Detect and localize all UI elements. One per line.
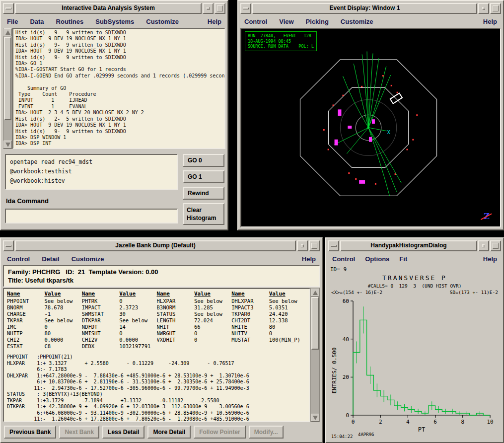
- menu-file[interactable]: File: [7, 18, 18, 25]
- menu-help[interactable]: Help: [208, 18, 221, 25]
- table-row: CHARGE-1SWMSTAT30STATUSSee belowTKPAR024…: [7, 311, 306, 317]
- table-cell: -1: [44, 311, 81, 317]
- ida-titlebar[interactable]: Interactive Data Analysis System: [3, 3, 225, 14]
- table-cell: See below: [119, 317, 156, 324]
- bank-dump-window: Jazelle Bank Dump (Default) Control Deta…: [0, 237, 323, 443]
- bank-button-less-detail[interactable]: Less Detail: [102, 426, 144, 439]
- table-cell: DHLXPAR: [231, 298, 269, 304]
- event-menubar: Control View Picking Customize Help: [240, 15, 501, 28]
- table-cell: 24.420: [269, 311, 306, 317]
- window-title: Event Display: Window 1: [252, 3, 477, 14]
- scroll-up-arrow[interactable]: [311, 289, 319, 296]
- table-cell: NDFDT: [82, 324, 119, 330]
- table-cell: NMISHT: [82, 330, 119, 337]
- table-cell: 0: [119, 298, 156, 304]
- menu-customize[interactable]: Customize: [146, 18, 179, 25]
- go-1-button[interactable]: GO 1: [183, 170, 224, 183]
- table-cell: 14: [119, 324, 156, 330]
- rewind-button[interactable]: Rewind: [183, 187, 224, 200]
- menu-help[interactable]: Help: [302, 255, 316, 263]
- table-cell: NHITV: [231, 330, 269, 337]
- window-menu-button[interactable]: [328, 240, 339, 251]
- menu-help[interactable]: Help: [483, 255, 497, 263]
- menu-data[interactable]: Data: [30, 18, 44, 25]
- scroll-down-arrow[interactable]: [3, 141, 12, 148]
- menu-customize[interactable]: Customize: [72, 255, 104, 263]
- menu-control[interactable]: Control: [332, 255, 355, 263]
- table-cell: [194, 343, 231, 350]
- table-row: BNORM78.678IMPACT2.3723B3NORM31.285IMPAC…: [7, 304, 306, 311]
- menu-detail[interactable]: Detail: [42, 255, 59, 263]
- table-cell: 0: [119, 330, 156, 337]
- table-cell: 80: [269, 324, 306, 330]
- table-cell: IMPACT3: [231, 304, 269, 311]
- table-cell: VXDHIT: [157, 337, 194, 343]
- bank-header: Family: PHCHRG ID: 21 Template Version: …: [3, 265, 320, 287]
- scrollbar-thumb[interactable]: [311, 297, 319, 350]
- table-row: TKPARSee belowDTKPARSee belowLENGTH72.02…: [7, 317, 306, 324]
- menu-control[interactable]: Control: [244, 18, 267, 25]
- timestamp: 15:04:22: [331, 434, 353, 439]
- minimize-button[interactable]: [297, 240, 308, 251]
- window-menu-button[interactable]: [3, 3, 14, 14]
- event-display-canvas[interactable]: X Z: [241, 29, 500, 226]
- tick-label: 4: [406, 419, 410, 425]
- menu-options[interactable]: Options: [365, 255, 389, 263]
- event-canvas-panel: X Z RUN 27840, EVENT 128 18-AUG-1994 00:…: [240, 28, 501, 227]
- histogram-window: HandypakHistogramDialog Control Options …: [325, 237, 504, 443]
- bank-titlebar[interactable]: Jazelle Bank Dump (Default): [3, 240, 320, 251]
- menu-fit[interactable]: Fit: [399, 255, 407, 263]
- x-axis-label: X: [387, 130, 390, 135]
- table-cell: 100(MIN_P): [269, 337, 306, 343]
- scroll-up-arrow[interactable]: [3, 28, 12, 36]
- histogram-titlebar[interactable]: HandypakHistogramDialog: [328, 240, 501, 251]
- bank-button-previous-bank[interactable]: Previous Bank: [4, 426, 56, 439]
- minimize-button[interactable]: [478, 240, 489, 251]
- ida-action-buttons: GO 0 GO 1 Rewind Clear Histogram: [183, 154, 224, 226]
- scrollbar-thumb[interactable]: [4, 37, 11, 120]
- table-cell: ESTAT: [7, 343, 44, 350]
- minimize-button[interactable]: [478, 3, 489, 14]
- table-row: NHITP80NMISHT0NWRGHT0NHITV0: [7, 330, 306, 337]
- table-cell: CHI2: [7, 337, 44, 343]
- ida-command-history[interactable]: opentape read rec94_mdst @workbook:testh…: [5, 154, 178, 190]
- menu-view[interactable]: View: [279, 18, 293, 25]
- x-axis-label: PT: [418, 426, 425, 433]
- column-header: Value: [194, 290, 231, 298]
- table-cell: [157, 343, 194, 350]
- table-cell: [269, 343, 306, 350]
- table-cell: MUSTAT: [231, 337, 269, 343]
- window-menu-icon: [243, 7, 249, 9]
- window-menu-button[interactable]: [3, 240, 14, 251]
- window-menu-button[interactable]: [240, 3, 251, 14]
- histogram-id-label: ID= 9: [330, 266, 499, 274]
- window-menu-icon: [5, 7, 11, 9]
- maximize-button[interactable]: [490, 3, 501, 14]
- output-scrollbar[interactable]: [3, 28, 12, 149]
- menu-help[interactable]: Help: [483, 18, 497, 25]
- scroll-down-arrow[interactable]: [311, 414, 319, 422]
- ida-output-text: Hist id(s) 9- 9 written to SDIXWDO IDA> …: [12, 28, 225, 149]
- scrollbar-trough[interactable]: [311, 296, 319, 414]
- histogram-title: TRANSVERSE P: [330, 274, 499, 283]
- menu-customize[interactable]: Customize: [341, 18, 373, 25]
- scrollbar-trough[interactable]: [3, 36, 12, 141]
- bank-scrollbar[interactable]: [310, 288, 320, 422]
- ida-command-input[interactable]: [5, 209, 178, 223]
- table-cell: C8: [44, 343, 81, 350]
- bank-button-more-detail[interactable]: More Detail: [147, 426, 191, 439]
- menu-picking[interactable]: Picking: [306, 18, 329, 25]
- go-0-button[interactable]: GO 0: [183, 154, 224, 167]
- table-cell: 0: [44, 324, 81, 330]
- event-titlebar[interactable]: Event Display: Window 1: [240, 3, 501, 14]
- menu-subsystems[interactable]: SubSystems: [95, 18, 134, 25]
- maximize-button[interactable]: [309, 240, 320, 251]
- menu-control[interactable]: Control: [7, 255, 30, 263]
- histogram-calls-line: #CALLS= 0 129 3 (UND HIST OVR): [330, 283, 499, 290]
- maximize-button[interactable]: [215, 3, 225, 14]
- table-cell: DTKPAR: [82, 317, 119, 324]
- clear-histogram-button[interactable]: Clear Histogram: [183, 203, 224, 225]
- maximize-button[interactable]: [490, 240, 501, 251]
- menu-routines[interactable]: Routines: [56, 18, 84, 25]
- minimize-button[interactable]: [203, 3, 214, 14]
